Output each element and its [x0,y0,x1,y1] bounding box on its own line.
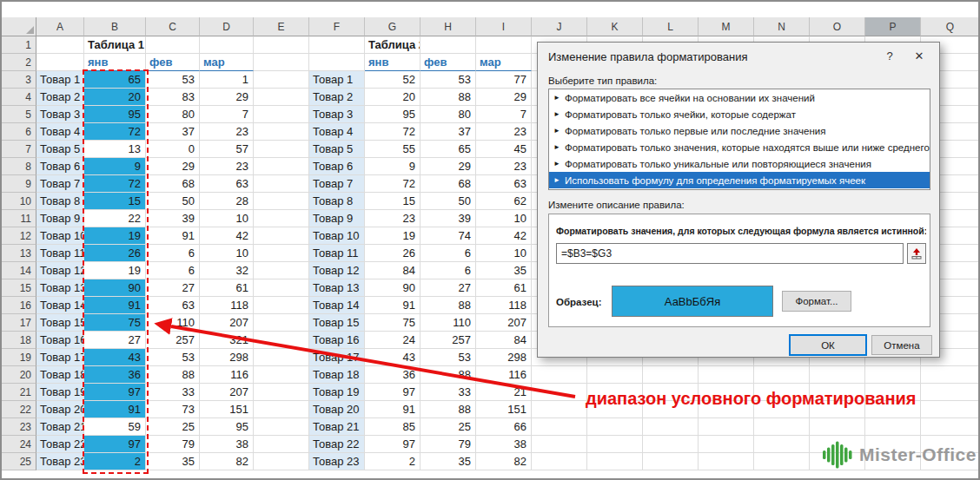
cell-G10[interactable]: 15 [365,193,420,210]
cell-D21[interactable]: 207 [200,384,254,401]
cell-O20[interactable] [810,366,865,384]
cell-B9[interactable]: 72 [84,175,146,193]
column-header-K[interactable]: K [587,17,643,36]
cell-C21[interactable]: 33 [146,384,200,401]
cell-D14[interactable]: 32 [200,262,254,279]
cell-E25[interactable] [254,453,309,470]
cell-D4[interactable]: 29 [200,89,254,106]
rule-type-option-1[interactable]: ►Форматировать все ячейки на основании и… [549,89,930,106]
cell-H7[interactable]: 65 [420,141,476,158]
cell-H16[interactable]: 88 [420,297,476,314]
cell-E23[interactable] [254,418,309,436]
cell-E8[interactable] [254,158,309,175]
cell-F25[interactable]: Товар 23 [309,453,365,470]
cell-B13[interactable]: 26 [84,245,146,262]
cell-Q22[interactable] [921,401,980,418]
cell-E10[interactable] [254,193,309,210]
cell-D2[interactable]: мар [200,54,254,71]
cell-G18[interactable]: 24 [365,332,420,349]
cell-G12[interactable]: 19 [365,227,420,245]
cell-C5[interactable]: 80 [146,106,200,123]
cell-B22[interactable]: 91 [84,401,146,418]
row-header-6[interactable]: 6 [2,123,36,141]
cell-C20[interactable]: 88 [146,366,200,384]
cell-E20[interactable] [254,366,309,384]
row-header-3[interactable]: 3 [2,71,36,89]
cell-C12[interactable]: 91 [146,227,200,245]
format-button[interactable]: Формат... [782,291,851,312]
cell-D23[interactable]: 95 [200,418,254,436]
ok-button[interactable]: ОК [790,335,866,355]
cell-B8[interactable]: 9 [84,158,146,175]
cell-J23[interactable] [532,418,587,436]
row-header-13[interactable]: 13 [2,245,36,262]
cell-H17[interactable]: 110 [420,314,476,332]
cell-E2[interactable] [254,54,309,71]
cell-N24[interactable] [754,436,810,453]
cell-H13[interactable]: 6 [420,245,476,262]
cell-H2[interactable]: фев [420,54,476,71]
cell-E9[interactable] [254,175,309,193]
cell-B3[interactable]: 65 [84,71,146,89]
cell-G19[interactable]: 43 [365,349,420,366]
cell-H12[interactable]: 74 [420,227,476,245]
cell-D11[interactable]: 10 [200,210,254,227]
cell-H4[interactable]: 88 [420,89,476,106]
cell-G25[interactable]: 2 [365,453,420,470]
cell-L23[interactable] [643,418,699,436]
rule-type-option-6[interactable]: ►Использовать формулу для определения фо… [549,172,930,188]
cell-A25[interactable]: Товар 23 [36,453,84,470]
rule-type-option-3[interactable]: ►Форматировать только первые или последн… [549,122,930,139]
cell-E17[interactable] [254,314,309,332]
cell-J24[interactable] [532,436,587,453]
cell-Q20[interactable] [921,366,980,384]
cell-A19[interactable]: Товар 17 [36,349,84,366]
cell-A7[interactable]: Товар 5 [36,141,84,158]
cell-I2[interactable]: мар [476,54,532,71]
cell-D25[interactable]: 82 [200,453,254,470]
cell-A11[interactable]: Товар 9 [36,210,84,227]
cell-I23[interactable]: 66 [476,418,532,436]
column-header-N[interactable]: N [754,17,810,36]
cell-A24[interactable]: Товар 22 [36,436,84,453]
rule-type-option-4[interactable]: ►Форматировать только значения, которые … [549,139,930,155]
cell-A5[interactable]: Товар 3 [36,106,84,123]
row-header-25[interactable]: 25 [2,453,36,470]
column-header-D[interactable]: D [200,17,254,36]
cell-F17[interactable]: Товар 15 [309,314,365,332]
cell-I14[interactable]: 35 [476,262,532,279]
cell-H6[interactable]: 37 [420,123,476,141]
cell-F19[interactable]: Товар 17 [309,349,365,366]
rule-type-listbox[interactable]: ►Форматировать все ячейки на основании и… [548,89,930,190]
cell-B5[interactable]: 95 [84,106,146,123]
cell-B2[interactable]: янв [84,54,146,71]
cell-J22[interactable] [532,401,587,418]
cell-C6[interactable]: 37 [146,123,200,141]
cell-E11[interactable] [254,210,309,227]
cell-B17[interactable]: 75 [84,314,146,332]
cell-I5[interactable]: 7 [476,106,532,123]
cell-O23[interactable] [810,418,865,436]
cell-C19[interactable]: 53 [146,349,200,366]
cell-I13[interactable]: 10 [476,245,532,262]
cell-A17[interactable]: Товар 15 [36,314,84,332]
row-header-7[interactable]: 7 [2,141,36,158]
cell-E19[interactable] [254,349,309,366]
column-header-M[interactable]: M [699,17,754,36]
cell-B14[interactable]: 19 [84,262,146,279]
cell-G6[interactable]: 72 [365,123,420,141]
cell-C17[interactable]: 110 [146,314,200,332]
cell-L25[interactable] [643,453,699,470]
column-header-J[interactable]: J [532,17,587,36]
cell-H10[interactable]: 50 [420,193,476,210]
cell-I10[interactable]: 62 [476,193,532,210]
cell-B4[interactable]: 20 [84,89,146,106]
row-header-24[interactable]: 24 [2,436,36,453]
cell-I24[interactable]: 38 [476,436,532,453]
cell-C25[interactable]: 35 [146,453,200,470]
cell-C8[interactable]: 29 [146,158,200,175]
cell-I1[interactable] [476,36,532,54]
cell-G11[interactable]: 23 [365,210,420,227]
cell-I16[interactable]: 118 [476,297,532,314]
cell-H1[interactable] [420,36,476,54]
